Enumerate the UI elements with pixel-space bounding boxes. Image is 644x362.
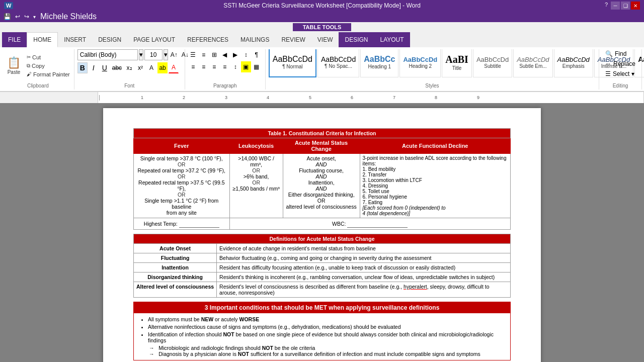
col4-header: Acute Functional Decline: [360, 138, 510, 154]
italic-button[interactable]: I: [89, 62, 99, 73]
style-title[interactable]: AaBI Title: [442, 49, 472, 77]
align-left-button[interactable]: ≡: [188, 61, 198, 72]
sort-button[interactable]: ↕: [241, 49, 251, 60]
def-term-inattention: Inattention: [134, 263, 217, 273]
multilevel-button[interactable]: ⊞: [209, 49, 219, 60]
justify-button[interactable]: ≡: [220, 61, 230, 72]
ruler-left: [0, 92, 98, 103]
redo-button[interactable]: ↪: [23, 13, 31, 21]
style-subtitle[interactable]: AaBbCcDd Subtitle: [473, 49, 512, 77]
definitions-table: Definitions for Acute Metal Status Chang…: [133, 234, 511, 298]
def-term-altered: Altered level of consciousness: [134, 282, 217, 298]
style-emphasis[interactable]: AaBbCcDd Emphasis: [554, 49, 593, 77]
functional-cell: 3-point increase in baseline ADL score a…: [360, 154, 510, 218]
col3-header: Acute Mental Status Change: [283, 138, 360, 154]
align-right-button[interactable]: ≡: [209, 61, 219, 72]
tab-layout[interactable]: LAYOUT: [374, 32, 410, 47]
tab-review[interactable]: REVIEW: [275, 32, 311, 47]
subscript-button[interactable]: x₂: [124, 62, 134, 73]
minimize-button[interactable]: ─: [611, 2, 620, 10]
line-spacing-button[interactable]: ↕: [230, 61, 240, 72]
arrow-2: → Diagnosis by a physician alone is NOT …: [149, 351, 505, 357]
font-color-button[interactable]: A: [169, 62, 179, 73]
table1: Table 1. Constitutional Criteria for Inf…: [133, 128, 511, 230]
table-tools-bar: TABLE TOOLS: [0, 22, 644, 32]
def-disorganized: Resident's thinking is incoherent (e.g.,…: [217, 273, 511, 282]
font-name-input[interactable]: [77, 49, 138, 60]
replace-button[interactable]: ↔ Replace: [602, 59, 638, 68]
style-heading2[interactable]: AaBbCcDd Heading 2: [399, 49, 441, 77]
copy-button[interactable]: ⧉ Copy: [26, 62, 71, 70]
search-icon: 🔍: [605, 50, 613, 57]
superscript-button[interactable]: x²: [135, 62, 145, 73]
col2-header: Leukocytosis: [229, 138, 283, 154]
align-center-button[interactable]: ≡: [199, 61, 209, 72]
numbering-button[interactable]: ≡: [199, 49, 209, 60]
decrease-indent-button[interactable]: ◀: [220, 49, 230, 60]
wbc-label: WBC:: [332, 221, 347, 227]
help-icon[interactable]: ?: [603, 2, 610, 10]
tab-design2[interactable]: DESIGN: [339, 32, 374, 47]
def-term-fluctuating: Fluctuating: [134, 253, 217, 263]
find-button[interactable]: 🔍 Find: [602, 49, 629, 58]
restore-button[interactable]: ❑: [621, 2, 630, 10]
style-no-spacing[interactable]: AaBbCcDd ¶ No Spac...: [317, 49, 359, 77]
replace-icon: ↔: [605, 60, 611, 67]
font-size-dropdown[interactable]: ▾: [164, 49, 168, 60]
paragraph-label: Paragraph: [185, 83, 265, 88]
close-button[interactable]: ✕: [631, 2, 640, 10]
table-tools-label: TABLE TOOLS: [293, 23, 352, 31]
style-normal[interactable]: AaBbCcDd ¶ Normal: [269, 49, 316, 77]
tab-file[interactable]: FILE: [2, 32, 27, 47]
tab-page-layout[interactable]: PAGE LAYOUT: [127, 32, 181, 47]
text-effects-button[interactable]: A: [146, 62, 156, 73]
format-painter-button[interactable]: 🖌 Format Painter: [26, 70, 71, 78]
save-qat-button[interactable]: 💾: [2, 13, 13, 21]
arrow-1: → Microbiologic and radiologic findings …: [149, 345, 505, 351]
borders-button[interactable]: ▦: [252, 61, 262, 72]
underline-button[interactable]: U: [100, 62, 110, 73]
def-acute: Evidence of acute change in resident's m…: [217, 244, 511, 253]
def-term-acute: Acute Onset: [134, 244, 217, 253]
tab-design[interactable]: DESIGN: [92, 32, 127, 47]
ribbon-tabs: FILE HOME INSERT DESIGN PAGE LAYOUT REFE…: [0, 32, 644, 47]
font-size-input[interactable]: [144, 49, 163, 60]
ruler-main: │ 1 2 3 4 5 6 7 8 9: [98, 92, 644, 103]
bullets-button[interactable]: ☰: [188, 49, 198, 60]
window-title: SSTI McGeer Crieria Surveillance Workshe…: [223, 2, 421, 9]
cut-button[interactable]: ✂ Cut: [26, 53, 71, 61]
cut-icon: ✂: [27, 54, 31, 60]
text-highlight-button[interactable]: ab: [157, 62, 168, 73]
shading-button[interactable]: ▣: [241, 61, 251, 72]
wbc-input[interactable]: [347, 220, 408, 228]
highest-temp-input[interactable]: [179, 220, 219, 228]
tab-references[interactable]: REFERENCES: [181, 32, 234, 47]
increase-font-button[interactable]: A↑: [169, 49, 179, 60]
increase-indent-button[interactable]: ▶: [230, 49, 240, 60]
def-inattention: Resident has difficulty focusing attenti…: [217, 263, 511, 273]
tab-home[interactable]: HOME: [27, 32, 58, 47]
undo-button[interactable]: ↩: [14, 13, 22, 21]
conditions-body: All symptoms must be NEW or acutely WORS…: [134, 313, 510, 360]
fever-cell: Single oral temp >37.8 °C (100 °F), OR R…: [134, 154, 230, 218]
condition-1: All symptoms must be NEW or acutely WORS…: [148, 316, 505, 322]
select-button[interactable]: ☰ Select ▾: [602, 69, 637, 78]
wbc-cell: WBC:: [229, 218, 510, 230]
bold-button[interactable]: B: [77, 62, 88, 73]
strikethrough-button[interactable]: abc: [111, 62, 123, 73]
tab-insert[interactable]: INSERT: [58, 32, 92, 47]
qat-more-button[interactable]: ▾: [32, 14, 37, 20]
paste-button[interactable]: 📋 Paste: [5, 55, 23, 76]
style-subtle-emphasis[interactable]: AaBbCcDd Subtle Em...: [513, 49, 552, 77]
clipboard-label: Clipboard: [2, 83, 74, 88]
style-heading1[interactable]: AaBbCc Heading 1: [360, 49, 398, 77]
paste-icon: 📋: [7, 56, 21, 69]
tab-mailings[interactable]: MAILINGS: [234, 32, 275, 47]
tab-view[interactable]: VIEW: [311, 32, 339, 47]
conditions-title: 3 Important conditions that should be ME…: [134, 302, 510, 313]
ribbon-content: 📋 Paste ✂ Cut ⧉ Copy 🖌 Format: [0, 47, 644, 92]
show-formatting-button[interactable]: ¶: [252, 49, 262, 60]
font-name-dropdown[interactable]: ▾: [139, 49, 143, 60]
def-term-disorganized: Disorganized thinking: [134, 273, 217, 282]
highest-temp-label: Highest Temp:: [144, 221, 179, 227]
